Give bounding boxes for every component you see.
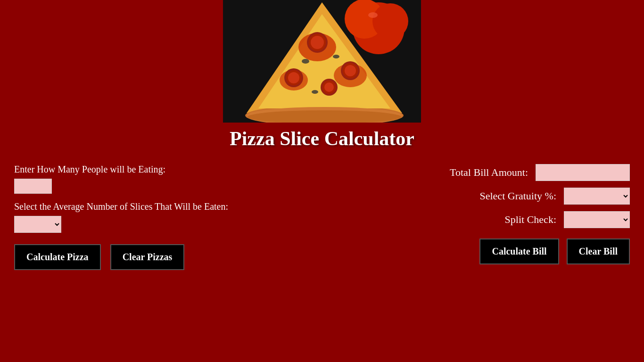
total-bill-input[interactable] (536, 164, 630, 181)
total-bill-label: Total Bill Amount: (450, 166, 528, 179)
slices-label: Select the Average Number of Slices That… (14, 201, 292, 212)
right-section: Total Bill Amount: Select Gratuity %: 10… (352, 164, 635, 270)
split-check-label: Split Check: (505, 214, 556, 226)
calculate-bill-button[interactable]: Calculate Bill (479, 239, 559, 264)
svg-point-4 (368, 12, 378, 18)
left-section: Enter How Many People will be Eating: Se… (9, 164, 292, 270)
people-label: Enter How Many People will be Eating: (14, 164, 292, 175)
people-input[interactable] (14, 179, 52, 194)
svg-point-23 (302, 59, 309, 64)
gratuity-row: Select Gratuity %: 10% 15% 18% 20% 25% (352, 188, 630, 205)
slices-select[interactable]: 1 2 3 4 5 6 7 8 (14, 216, 61, 233)
split-check-row: Split Check: 2 3 4 5 6 7 8 (352, 211, 630, 228)
gratuity-select[interactable]: 10% 15% 18% 20% 25% (564, 188, 630, 205)
svg-point-13 (311, 36, 324, 49)
svg-point-24 (333, 55, 339, 58)
left-button-row: Calculate Pizza Clear Pizzas (14, 244, 292, 270)
calculate-pizza-button[interactable]: Calculate Pizza (14, 244, 101, 270)
clear-pizzas-button[interactable]: Clear Pizzas (110, 244, 185, 270)
pizza-image (223, 0, 421, 123)
calculator-section: Enter How Many People will be Eating: Se… (0, 164, 644, 270)
svg-point-3 (372, 3, 408, 39)
right-button-row: Calculate Bill Clear Bill (352, 239, 630, 264)
total-bill-row: Total Bill Amount: (352, 164, 630, 181)
split-check-select[interactable]: 2 3 4 5 6 7 8 (564, 211, 630, 228)
page-container: Pizza Slice Calculator Enter How Many Pe… (0, 0, 644, 362)
svg-point-25 (312, 90, 318, 94)
page-title: Pizza Slice Calculator (230, 127, 414, 150)
svg-point-19 (288, 72, 299, 83)
clear-bill-button[interactable]: Clear Bill (567, 239, 630, 264)
svg-point-16 (345, 65, 356, 76)
gratuity-label: Select Gratuity %: (479, 190, 556, 202)
svg-point-22 (324, 82, 334, 92)
